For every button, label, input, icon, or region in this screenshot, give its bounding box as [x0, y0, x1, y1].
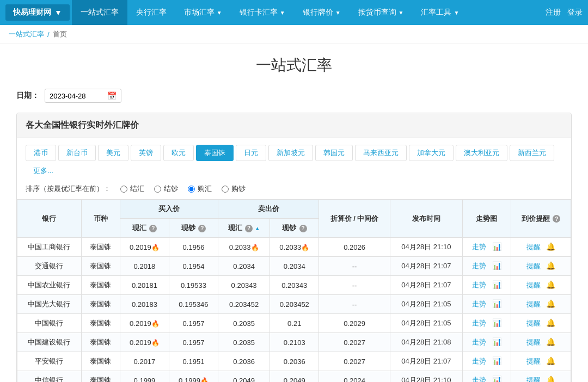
login-button[interactable]: 登录 — [567, 8, 583, 17]
tab-hanguo[interactable]: 韩国元 — [315, 145, 353, 161]
nav-items: 一站式汇率 央行汇率 市场汇率 ▼ 银行卡汇率 ▼ 银行牌价 ▼ 按货币查询 ▼… — [72, 0, 546, 25]
chart-icon[interactable]: 📊 — [492, 337, 501, 346]
register-button[interactable]: 注册 — [546, 8, 561, 17]
alert-link[interactable]: 提醒 — [526, 376, 541, 382]
bell-icon[interactable]: 🔔 — [546, 261, 555, 270]
trend-link[interactable]: 走势 — [472, 300, 486, 308]
bell-icon[interactable]: 🔔 — [546, 299, 555, 308]
radio-gouhui[interactable] — [188, 186, 195, 193]
sell-spot-help-icon[interactable]: ? — [245, 225, 253, 232]
alert-link[interactable]: 提醒 — [526, 338, 541, 346]
chart-icon[interactable]: 📊 — [492, 280, 501, 289]
bell-icon[interactable]: 🔔 — [546, 375, 555, 382]
date-input[interactable] — [50, 92, 104, 100]
cell-alert: 提醒 🔔 — [511, 276, 571, 295]
sort-asc-icon[interactable]: ▲ — [255, 225, 260, 231]
trend-link[interactable]: 走势 — [472, 262, 486, 270]
yinhangpai-arrow-icon: ▼ — [335, 10, 341, 16]
tab-malaixiya[interactable]: 马来西亚元 — [355, 145, 407, 161]
nav-item-yizhanshi[interactable]: 一站式汇率 — [72, 0, 127, 25]
alert-link[interactable]: 提醒 — [526, 357, 541, 365]
chart-icon[interactable]: 📊 — [492, 356, 501, 365]
tab-aodaliya[interactable]: 澳大利亚元 — [456, 145, 507, 161]
tab-more[interactable]: 更多... — [26, 163, 61, 178]
nav-item-yinhangka[interactable]: 银行卡汇率 ▼ — [231, 0, 294, 25]
sell-cash-help-icon[interactable]: ? — [299, 225, 307, 232]
tab-jianada[interactable]: 加拿大元 — [409, 145, 454, 161]
nav-right: 注册 登录 — [546, 8, 583, 17]
cell-buy-cash: 0.1957 — [169, 333, 218, 352]
th-pubtime: 发布时间 — [390, 200, 462, 238]
chart-icon[interactable]: 📊 — [492, 242, 501, 251]
nav-item-shichang[interactable]: 市场汇率 ▼ — [175, 0, 231, 25]
cell-sell-spot: 0.203452 — [218, 295, 270, 314]
nav-brand[interactable]: 快易理财网 ▼ — [5, 4, 70, 21]
alert-link[interactable]: 提醒 — [526, 300, 541, 308]
cell-sell-spot: 0.2035 — [218, 333, 270, 352]
calendar-icon[interactable]: 📅 — [107, 91, 117, 100]
sort-jiezhao[interactable]: 结钞 — [154, 184, 178, 194]
tab-meiyuan[interactable]: 美元 — [98, 145, 128, 161]
trend-link[interactable]: 走势 — [472, 357, 486, 365]
trend-link[interactable]: 走势 — [472, 376, 486, 382]
tab-xinxilan[interactable]: 新西兰元 — [510, 145, 554, 161]
breadcrumb-link[interactable]: 一站式汇率 — [9, 29, 44, 39]
nav-item-yinhangpai[interactable]: 银行牌价 ▼ — [294, 0, 350, 25]
brand-label: 快易理财网 — [13, 8, 51, 17]
chart-icon[interactable]: 📊 — [492, 318, 501, 327]
cell-mid: 0.2029 — [319, 314, 390, 333]
alert-link[interactable]: 提醒 — [526, 319, 541, 327]
buy-cash-help-icon[interactable]: ? — [198, 225, 206, 232]
trend-link[interactable]: 走势 — [472, 281, 486, 289]
radio-jiezhao[interactable] — [154, 186, 161, 193]
brand-arrow-icon: ▼ — [54, 8, 62, 17]
tab-taiguozhu[interactable]: 泰国铢 — [196, 145, 234, 161]
cell-currency: 泰国铢 — [81, 257, 120, 276]
cell-trend: 走势 📊 — [462, 352, 511, 371]
sort-jiehui[interactable]: 结汇 — [120, 184, 144, 194]
main-content: 一站式汇率 日期： 📅 各大全国性银行实时外汇牌价 港币 新台币 美元 英镑 欧… — [0, 44, 588, 382]
chart-icon[interactable]: 📊 — [492, 299, 501, 308]
cell-buy-spot: 0.2019🔥 — [120, 238, 169, 257]
tab-gangbi[interactable]: 港币 — [26, 145, 56, 161]
radio-jiehui[interactable] — [120, 186, 127, 193]
tab-xintaibi[interactable]: 新台币 — [58, 145, 96, 161]
tab-ouyuan[interactable]: 欧元 — [163, 145, 194, 161]
cell-sell-spot: 0.2049 — [218, 371, 270, 383]
cell-trend: 走势 📊 — [462, 257, 511, 276]
bell-icon[interactable]: 🔔 — [546, 242, 555, 251]
breadcrumb-sep: / — [47, 30, 50, 39]
cell-buy-spot: 0.2019🔥 — [120, 333, 169, 352]
alert-link[interactable]: 提醒 — [526, 281, 541, 289]
trend-link[interactable]: 走势 — [472, 243, 486, 251]
chart-icon[interactable]: 📊 — [492, 375, 501, 382]
bell-icon[interactable]: 🔔 — [546, 280, 555, 289]
alert-link[interactable]: 提醒 — [526, 243, 541, 251]
cell-buy-spot: 0.2018 — [120, 257, 169, 276]
chart-icon[interactable]: 📊 — [492, 261, 501, 270]
trend-link[interactable]: 走势 — [472, 338, 486, 346]
tab-yingbang[interactable]: 英镑 — [131, 145, 161, 161]
tab-riyan[interactable]: 日元 — [236, 145, 266, 161]
gongju-arrow-icon: ▼ — [454, 10, 459, 16]
tab-xinjiapo[interactable]: 新加坡元 — [268, 145, 313, 161]
date-input-wrap[interactable]: 📅 — [45, 89, 121, 103]
bell-icon[interactable]: 🔔 — [546, 356, 555, 365]
nav-item-yangxing[interactable]: 央行汇率 — [127, 0, 175, 25]
bell-icon[interactable]: 🔔 — [546, 318, 555, 327]
th-buy-group: 买入价 — [120, 200, 218, 219]
alert-link[interactable]: 提醒 — [526, 262, 541, 270]
bell-icon[interactable]: 🔔 — [546, 337, 555, 346]
th-bank: 银行 — [17, 200, 82, 238]
buy-spot-help-icon[interactable]: ? — [149, 225, 157, 232]
nav-item-gongju[interactable]: 汇率工具 ▼ — [412, 0, 468, 25]
sort-gouzhao[interactable]: 购钞 — [222, 184, 246, 194]
alert-help-icon[interactable]: ? — [553, 215, 560, 223]
radio-gouzhao[interactable] — [222, 186, 229, 193]
cell-mid: 0.2026 — [319, 238, 390, 257]
nav-item-anhuobi[interactable]: 按货币查询 ▼ — [350, 0, 413, 25]
cell-currency: 泰国铢 — [81, 333, 120, 352]
sort-gouhui[interactable]: 购汇 — [188, 184, 212, 194]
cell-trend: 走势 📊 — [462, 314, 511, 333]
trend-link[interactable]: 走势 — [472, 319, 486, 327]
